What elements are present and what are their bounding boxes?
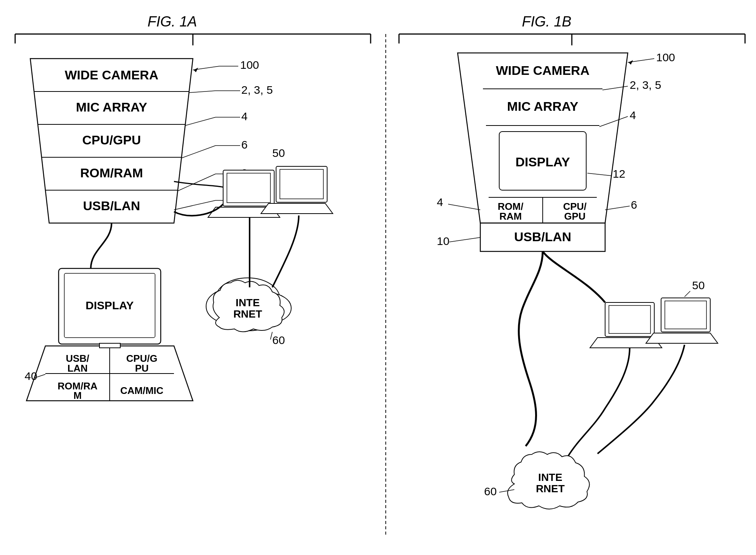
fig1b-mic-array: MIC ARRAY	[507, 99, 579, 113]
svg-marker-67	[646, 333, 718, 343]
fig1a-base-lan: LAN	[67, 363, 87, 374]
svg-marker-38	[261, 203, 333, 214]
ref-6-1b: 6	[631, 198, 637, 211]
ref-235-1b: 2, 3, 5	[630, 79, 661, 91]
ref-10-1b: 10	[437, 235, 449, 247]
svg-line-61	[449, 237, 480, 242]
svg-line-18	[185, 117, 216, 126]
fig1a-base-pu: PU	[135, 363, 149, 374]
svg-rect-31	[99, 343, 120, 348]
svg-rect-37	[280, 169, 323, 199]
ref-50-1a: 50	[272, 147, 285, 159]
svg-rect-66	[665, 301, 706, 329]
ref-100-1b: 100	[656, 51, 675, 64]
svg-line-24	[174, 200, 216, 210]
ref-50-1b: 50	[692, 279, 705, 291]
fig1a-wide-camera: WIDE CAMERA	[65, 68, 158, 82]
page-container: FIG. 1A FIG. 1B	[0, 0, 756, 555]
fig1a-usb-lan: USB/LAN	[83, 198, 140, 213]
ref-100-1a: 100	[240, 59, 259, 71]
ref-6-1a: 6	[241, 138, 248, 151]
fig1b-display: DISPLAY	[515, 155, 570, 169]
fig1b-wide-camera: WIDE CAMERA	[496, 63, 589, 78]
fig1a-internet: INTE	[236, 297, 260, 309]
ref-4-1a: 4	[241, 110, 248, 122]
fig1a-base-cam: CAM/MIC	[120, 385, 163, 396]
ref-12-1b: 12	[613, 167, 625, 180]
ref-60-1a: 60	[272, 334, 285, 346]
svg-rect-63	[609, 305, 650, 333]
fig1a-cpu-gpu: CPU/GPU	[82, 133, 141, 147]
fig1b-usb-lan: USB/LAN	[514, 229, 571, 244]
svg-line-16	[189, 91, 216, 93]
fig1b-title: FIG. 1B	[522, 14, 571, 29]
fig1b-rnet: RNET	[536, 483, 565, 495]
fig1a-display: DISPLAY	[85, 299, 134, 312]
fig1a-mic-array: MIC ARRAY	[76, 100, 147, 114]
ref-4-1b: 4	[630, 109, 636, 121]
svg-line-68	[685, 291, 690, 297]
svg-rect-34	[227, 173, 270, 203]
svg-line-59	[448, 204, 480, 210]
fig1a-rom-ram: ROM/RAM	[80, 166, 143, 180]
fig1b-gpu: GPU	[564, 211, 585, 222]
svg-marker-56	[629, 60, 633, 65]
fig1b-ram: RAM	[499, 211, 522, 222]
fig1b-internet: INTE	[538, 471, 562, 483]
svg-line-20	[182, 146, 216, 158]
ref-60-1b: 60	[484, 485, 497, 498]
ref-4b-left: 4	[437, 196, 443, 208]
ref-40: 40	[25, 370, 37, 382]
fig1a-base-ram: M	[73, 390, 82, 401]
ref-235-1a: 2, 3, 5	[241, 84, 273, 96]
svg-marker-15	[194, 68, 198, 72]
fig1a-rnet: RNET	[233, 308, 262, 320]
svg-line-60	[605, 206, 630, 210]
fig1a-title: FIG. 1A	[147, 14, 197, 29]
